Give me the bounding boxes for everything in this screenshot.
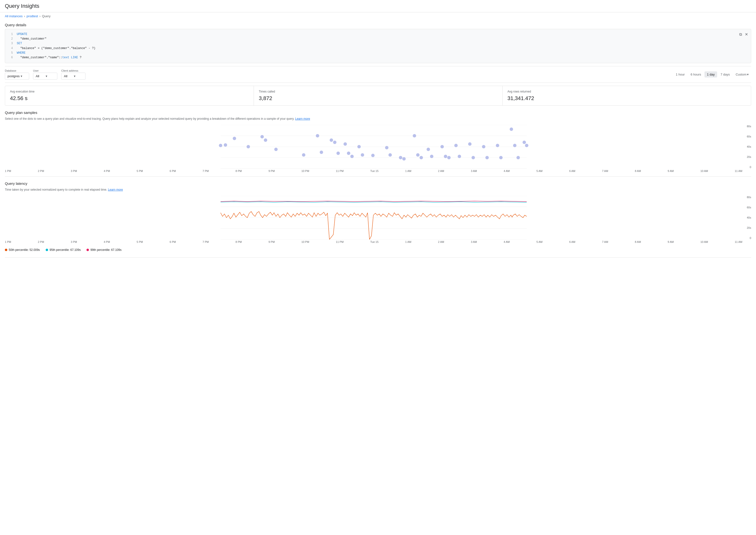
scatter-dot[interactable] — [224, 143, 227, 147]
time-btn-1d[interactable]: 1 day — [705, 71, 717, 77]
scatter-dot[interactable] — [440, 145, 444, 148]
scatter-dot[interactable] — [525, 144, 528, 147]
breadcrumb-prodtest[interactable]: prodtest — [26, 14, 38, 18]
time-btn-1h[interactable]: 1 hour — [673, 71, 687, 77]
legend-50th: 50th percentile: 52.009s — [5, 248, 40, 252]
custom-chevron: ▾ — [747, 72, 749, 76]
scatter-dot[interactable] — [302, 153, 305, 156]
scatter-x-axis: 1 PM 2 PM 3 PM 4 PM 5 PM 6 PM 7 PM 8 PM … — [5, 169, 751, 172]
client-address-select[interactable]: All ▾ — [61, 72, 85, 80]
scatter-dot[interactable] — [274, 148, 278, 151]
scatter-dot[interactable] — [454, 144, 458, 147]
metric-times-called: Times called 3,872 — [254, 86, 502, 105]
metric-avg-rows: Avg rows returned 31,341.472 — [502, 86, 751, 105]
latency-chart-container: 80s 60s 40s 20s 0 — [5, 196, 751, 239]
app-title: Query Insights — [5, 3, 751, 9]
query-plan-title: Query plan samples — [5, 110, 751, 115]
client-address-value: All — [64, 74, 73, 78]
query-plan-learn-more[interactable]: Learn more — [295, 117, 310, 121]
query-latency-desc: Time taken by your selected normalized q… — [5, 187, 751, 192]
user-select[interactable]: All ▾ — [33, 72, 57, 80]
copy-button[interactable]: ⧉ — [738, 31, 743, 38]
query-latency-learn-more[interactable]: Learn more — [108, 188, 123, 191]
code-line-4: 4 "balance" = ("demo_customer"."balance"… — [9, 46, 747, 51]
scatter-dot[interactable] — [430, 155, 433, 158]
breadcrumb-sep-2: › — [39, 14, 40, 18]
scatter-dot[interactable] — [343, 142, 347, 146]
database-filter: Database postgres ▾ — [5, 69, 29, 80]
scatter-dot[interactable] — [385, 146, 389, 149]
scatter-dot[interactable] — [357, 145, 361, 148]
database-value: postgres — [8, 74, 20, 78]
scatter-dot[interactable] — [336, 152, 340, 155]
scatter-dot[interactable] — [472, 156, 475, 159]
scatter-dot[interactable] — [333, 141, 336, 144]
scatter-dot[interactable] — [496, 144, 499, 147]
legend-95th-label: 95th percentile: 67.109s — [49, 248, 81, 252]
close-button[interactable]: ✕ — [744, 31, 749, 38]
database-select[interactable]: postgres ▾ — [5, 72, 29, 80]
legend-95th-dot — [46, 249, 48, 251]
scatter-dot[interactable] — [447, 156, 451, 159]
legend-95th: 95th percentile: 67.109s — [46, 248, 81, 252]
breadcrumb-all-instances[interactable]: All instances — [5, 14, 23, 18]
legend-99th-dot — [86, 249, 89, 251]
query-latency-title: Query latency — [5, 182, 751, 185]
user-value: All — [36, 74, 45, 78]
scatter-dot[interactable] — [402, 157, 406, 160]
scatter-dot[interactable] — [426, 148, 430, 151]
scatter-dot[interactable] — [389, 153, 392, 156]
scatter-dot[interactable] — [361, 153, 364, 156]
scatter-dot[interactable] — [485, 156, 489, 159]
scatter-dot[interactable] — [330, 138, 333, 142]
scatter-dot[interactable] — [416, 153, 420, 156]
legend-99th-label: 99th percentile: 67.109s — [90, 248, 122, 252]
metric-avg-exec-value: 42.56 s — [10, 95, 249, 101]
scatter-dot[interactable] — [468, 142, 472, 146]
scatter-dot[interactable] — [316, 134, 319, 137]
header: Query Insights All instances › prodtest … — [0, 0, 756, 20]
code-line-1: 1 UPDATE — [9, 32, 747, 37]
scatter-dot[interactable] — [523, 141, 526, 144]
latency-chart — [5, 196, 742, 239]
scatter-dot[interactable] — [458, 155, 461, 158]
scatter-dot[interactable] — [320, 151, 323, 154]
database-chevron: ▾ — [21, 74, 26, 78]
scatter-chart — [5, 125, 742, 169]
metrics-row: Avg execution time 42.56 s Times called … — [5, 86, 751, 106]
scatter-dot[interactable] — [399, 156, 402, 159]
scatter-y-axis: 80s 60s 40s 20s 0 — [742, 125, 751, 169]
scatter-dot[interactable] — [516, 156, 520, 159]
scatter-dot[interactable] — [347, 152, 350, 155]
scatter-dot[interactable] — [264, 138, 267, 142]
scatter-dot[interactable] — [499, 156, 503, 159]
query-details-title: Query details — [5, 23, 751, 27]
scatter-dot[interactable] — [233, 137, 236, 140]
scatter-dot[interactable] — [350, 155, 354, 158]
scatter-dot[interactable] — [413, 134, 416, 137]
time-btn-7d[interactable]: 7 days — [718, 71, 732, 77]
breadcrumb-query: Query — [42, 14, 50, 18]
code-block: ⧉ ✕ 1 UPDATE 2 "demo_customer" 3 SET 4 "… — [5, 29, 751, 63]
scatter-dot[interactable] — [513, 144, 516, 147]
legend-50th-dot — [5, 249, 7, 251]
filters-row: Database postgres ▾ User All ▾ Client ad… — [5, 66, 751, 83]
code-line-5: 5 WHERE — [9, 51, 747, 55]
time-btn-custom[interactable]: Custom ▾ — [733, 71, 751, 77]
scatter-dot[interactable] — [247, 145, 250, 148]
scatter-dot[interactable] — [510, 127, 513, 131]
time-btn-6h[interactable]: 6 hours — [688, 71, 704, 77]
user-label: User — [33, 69, 57, 72]
scatter-dot[interactable] — [444, 155, 447, 158]
scatter-dot[interactable] — [260, 135, 264, 138]
metric-times-called-value: 3,872 — [259, 95, 497, 101]
query-details-section: Query details ⧉ ✕ 1 UPDATE 2 "demo_custo… — [5, 23, 751, 63]
scatter-dot[interactable] — [219, 144, 222, 147]
user-filter: User All ▾ — [33, 69, 57, 80]
latency-y-axis: 80s 60s 40s 20s 0 — [742, 196, 751, 239]
scatter-dot[interactable] — [482, 145, 485, 148]
scatter-dot[interactable] — [371, 154, 375, 157]
scatter-dot[interactable] — [420, 156, 423, 159]
metric-avg-rows-value: 31,341.472 — [508, 95, 746, 101]
query-plan-section: Query plan samples Select one of the dot… — [5, 110, 751, 177]
